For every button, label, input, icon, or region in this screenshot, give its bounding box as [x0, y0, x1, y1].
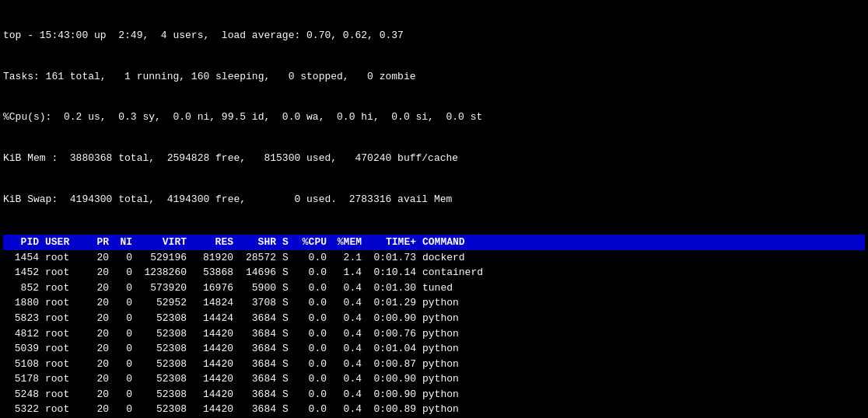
table-cell: 52308: [135, 357, 190, 372]
table-cell: root: [42, 402, 89, 417]
table-cell: 852: [3, 280, 42, 296]
table-cell: python: [419, 311, 865, 326]
table-cell: 52308: [135, 326, 190, 342]
terminal-output: top - 15:43:00 up 2:49, 4 users, load av…: [3, 2, 865, 418]
table-cell: 0.0: [295, 387, 330, 402]
table-cell: 0: [112, 250, 135, 266]
table-cell: 4812: [3, 326, 42, 342]
table-cell: 5823: [3, 311, 42, 326]
table-cell: 0:01.04: [365, 341, 419, 357]
table-cell: 0.4: [330, 341, 365, 357]
table-cell: 0:00.87: [365, 357, 419, 372]
table-cell: root: [42, 326, 89, 342]
table-cell: 0:00.90: [365, 387, 419, 402]
table-cell: 0.4: [330, 387, 365, 402]
table-cell: root: [42, 387, 89, 402]
table-cell: 20: [89, 357, 112, 372]
table-cell: python: [419, 341, 865, 357]
table-cell: 1880: [3, 295, 42, 311]
table-cell: 28572: [236, 250, 279, 266]
table-cell: 3684: [236, 311, 279, 326]
table-cell: root: [42, 357, 89, 372]
table-cell: 14420: [190, 371, 236, 387]
col-header-cpu: %CPU: [295, 235, 330, 250]
header-line3: %Cpu(s): 0.2 us, 0.3 sy, 0.0 ni, 99.5 id…: [3, 110, 865, 124]
table-cell: python: [419, 387, 865, 402]
table-cell: 3684: [236, 326, 279, 342]
table-cell: 3684: [236, 371, 279, 387]
col-header-pr: PR: [89, 235, 112, 250]
table-row: 5108root20052308144203684S0.00.40:00.87p…: [3, 357, 865, 372]
col-header-time: TIME+: [365, 235, 419, 250]
table-cell: 81920: [190, 250, 236, 266]
table-cell: S: [279, 402, 295, 417]
table-cell: root: [42, 371, 89, 387]
table-cell: 1454: [3, 250, 42, 266]
table-cell: 0.0: [295, 371, 330, 387]
table-row: 1452root20012382605386814696S0.01.40:10.…: [3, 265, 865, 280]
table-cell: 0:00.90: [365, 371, 419, 387]
table-cell: 20: [89, 341, 112, 357]
table-cell: 53868: [190, 265, 236, 280]
table-cell: 0:00.76: [365, 326, 419, 342]
table-cell: 0: [112, 295, 135, 311]
process-list: 1454root2005291968192028572S0.02.10:01.7…: [3, 250, 865, 418]
table-cell: 14420: [190, 387, 236, 402]
table-cell: 0.4: [330, 326, 365, 342]
table-cell: 20: [89, 402, 112, 417]
table-cell: containerd: [419, 265, 865, 280]
table-cell: 0:00.90: [365, 311, 419, 326]
table-cell: 3708: [236, 295, 279, 311]
table-cell: 2.1: [330, 250, 365, 266]
table-cell: 14420: [190, 326, 236, 342]
table-cell: 3684: [236, 357, 279, 372]
table-cell: 0.4: [330, 280, 365, 296]
table-cell: root: [42, 311, 89, 326]
table-cell: 20: [89, 387, 112, 402]
table-cell: 14696: [236, 265, 279, 280]
table-cell: 0: [112, 265, 135, 280]
table-cell: 5900: [236, 280, 279, 296]
header-line1: top - 15:43:00 up 2:49, 4 users, load av…: [3, 29, 865, 43]
table-cell: 0.0: [295, 265, 330, 280]
table-cell: 14420: [190, 341, 236, 357]
table-cell: 0.4: [330, 371, 365, 387]
table-cell: 52308: [135, 402, 190, 417]
table-cell: 52308: [135, 387, 190, 402]
table-cell: 0: [112, 357, 135, 372]
table-cell: 14824: [190, 295, 236, 311]
table-cell: tuned: [419, 280, 865, 296]
table-cell: 5248: [3, 387, 42, 402]
table-cell: 20: [89, 371, 112, 387]
table-cell: 0.4: [330, 357, 365, 372]
table-cell: 1238260: [135, 265, 190, 280]
table-cell: 52308: [135, 371, 190, 387]
table-cell: 0: [112, 387, 135, 402]
table-cell: S: [279, 387, 295, 402]
table-cell: 0: [112, 341, 135, 357]
table-cell: python: [419, 295, 865, 311]
table-cell: 0.4: [330, 295, 365, 311]
table-row: 1880root20052952148243708S0.00.40:01.29p…: [3, 295, 865, 311]
process-table: PID USER PR NI VIRT RES SHR S %CPU %MEM …: [3, 235, 865, 418]
table-cell: 52308: [135, 311, 190, 326]
table-cell: 3684: [236, 341, 279, 357]
table-cell: 529196: [135, 250, 190, 266]
table-cell: 3684: [236, 387, 279, 402]
table-header-row: PID USER PR NI VIRT RES SHR S %CPU %MEM …: [3, 235, 865, 250]
table-cell: S: [279, 250, 295, 266]
table-cell: 0.0: [295, 341, 330, 357]
table-row: 5322root20052308144203684S0.00.40:00.89p…: [3, 402, 865, 417]
table-cell: S: [279, 371, 295, 387]
table-cell: root: [42, 265, 89, 280]
table-cell: S: [279, 326, 295, 342]
table-cell: 20: [89, 265, 112, 280]
table-row: 1454root2005291968192028572S0.02.10:01.7…: [3, 250, 865, 266]
table-cell: 14420: [190, 402, 236, 417]
table-cell: 14420: [190, 357, 236, 372]
table-cell: 14424: [190, 311, 236, 326]
header-line4: KiB Mem : 3880368 total, 2594828 free, 8…: [3, 152, 865, 165]
table-cell: 20: [89, 326, 112, 342]
col-header-pid: PID: [3, 235, 42, 250]
table-cell: 0: [112, 371, 135, 387]
